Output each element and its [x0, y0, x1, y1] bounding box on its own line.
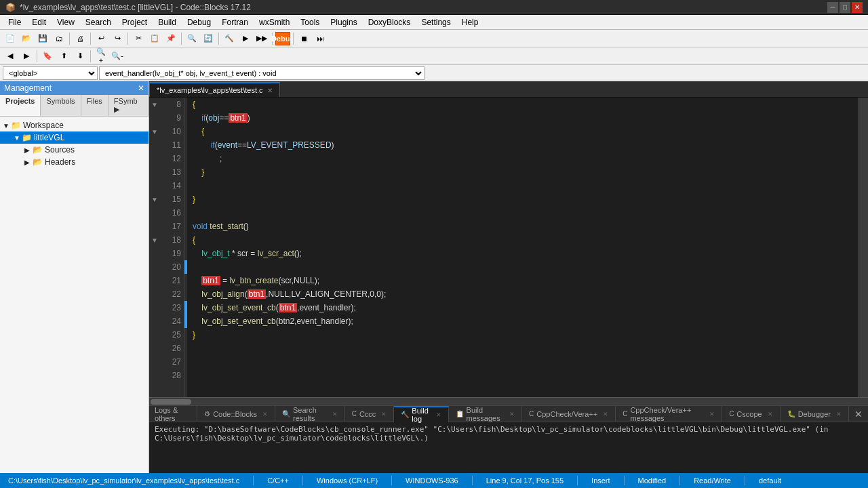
close-button[interactable]: ✕	[852, 2, 863, 13]
menu-build[interactable]: Build	[153, 16, 182, 28]
logs-tab-buildlog[interactable]: 🔨 Build log ✕	[394, 406, 448, 422]
scope-right-select[interactable]: event_handler(lv_obj_t* obj, lv_event_t …	[99, 66, 425, 80]
code-line-26	[193, 342, 859, 355]
logs-tab-debugger-close[interactable]: ✕	[836, 411, 842, 418]
editor-tab-close[interactable]: ✕	[267, 87, 273, 94]
minimize-button[interactable]: ─	[827, 2, 838, 13]
menu-plugins[interactable]: Plugins	[325, 16, 362, 28]
logs-tab-cppcheck-label: CppCheck/Vera++	[536, 410, 597, 418]
fold-18[interactable]: ▼	[151, 237, 158, 244]
save-button[interactable]: 💾	[35, 31, 50, 46]
gutter-27	[149, 355, 160, 369]
new-file-button[interactable]: 📄	[3, 31, 18, 46]
print-button[interactable]: 🖨	[73, 31, 87, 46]
menu-wxsmith[interactable]: wxSmith	[254, 16, 295, 28]
tree-item-sources[interactable]: ▶ 📂 Sources	[0, 144, 149, 156]
prev-bookmark-button[interactable]: ⬆	[56, 49, 71, 64]
menu-file[interactable]: File	[3, 16, 26, 28]
debug-button[interactable]: Debug	[275, 32, 290, 45]
logs-tab-cppcheck-msg[interactable]: C CppCheck/Vera++ messages ✕	[616, 406, 722, 422]
zoom-out-button[interactable]: 🔍-	[110, 49, 125, 64]
copy-button[interactable]: 📋	[147, 31, 162, 46]
open-file-button[interactable]: 📂	[19, 31, 34, 46]
stop-button[interactable]: ⏹	[296, 31, 311, 46]
sidebar: Management ✕ Projects Symbols Files FSym…	[0, 81, 149, 473]
status-sep-8	[745, 476, 745, 485]
menu-edit[interactable]: Edit	[26, 16, 52, 28]
logs-tab-search[interactable]: 🔍 Search results ✕	[275, 406, 345, 422]
tree-item-headers[interactable]: ▶ 📂 Headers	[0, 156, 149, 168]
horizontal-scroll[interactable]	[149, 397, 868, 405]
bookmark-button[interactable]: 🔖	[40, 49, 55, 64]
menu-doxyblocks[interactable]: DoxyBlocks	[363, 16, 416, 28]
logs-tab-cscope-close[interactable]: ✕	[768, 411, 773, 418]
status-sep-6	[624, 476, 625, 485]
logs-tab-codeblocks-close[interactable]: ✕	[262, 411, 268, 418]
logs-tab-buildmsg-close[interactable]: ✕	[509, 411, 515, 418]
toolbar-sep-4	[181, 33, 182, 45]
fold-15[interactable]: ▼	[151, 196, 158, 203]
logs-tab-cppcheck[interactable]: C CppCheck/Vera++ ✕	[522, 406, 616, 422]
tree-item-littlevgl[interactable]: ▼ 📁 littleVGL	[0, 131, 149, 144]
replace-button[interactable]: 🔄	[201, 31, 216, 46]
logs-tab-debugger[interactable]: 🐛 Debugger ✕	[781, 406, 849, 422]
forward-button[interactable]: ▶	[19, 49, 34, 64]
gutter-8: ▼	[149, 98, 160, 111]
sidebar-tab-symbols[interactable]: Symbols	[41, 95, 81, 116]
menu-tools[interactable]: Tools	[295, 16, 325, 28]
sidebar-close-icon[interactable]: ✕	[138, 83, 144, 93]
menu-debug[interactable]: Debug	[182, 16, 216, 28]
scroll-thumb-h[interactable]	[151, 399, 191, 405]
sidebar-tab-files[interactable]: Files	[81, 95, 108, 116]
token: ==	[219, 113, 229, 123]
token: =	[220, 276, 230, 285]
code-line-15: }	[193, 192, 859, 206]
tree-item-workspace[interactable]: ▼ 📁 Workspace	[0, 119, 149, 131]
menu-view[interactable]: View	[52, 16, 80, 28]
logs-panel-close[interactable]: ✕	[849, 409, 868, 420]
debugger-icon: 🐛	[787, 410, 795, 418]
gutter-25	[149, 328, 160, 342]
save-all-button[interactable]: 🗂	[52, 31, 66, 46]
logs-tab-cppcheck-msg-close[interactable]: ✕	[709, 411, 715, 418]
next-bookmark-button[interactable]: ⬇	[73, 49, 87, 64]
menu-help[interactable]: Help	[456, 16, 484, 28]
build-button[interactable]: 🔨	[222, 31, 237, 46]
logs-tab-buildlog-close[interactable]: ✕	[436, 411, 441, 418]
paste-button[interactable]: 📌	[163, 31, 178, 46]
logs-tab-cccc[interactable]: C Cccc ✕	[345, 406, 395, 422]
run-button[interactable]: ▶	[238, 31, 253, 46]
logs-tab-cccc-close[interactable]: ✕	[381, 411, 387, 418]
logs-tab-search-close[interactable]: ✕	[332, 411, 338, 418]
token: {	[193, 127, 204, 136]
logs-tab-cppcheck-close[interactable]: ✕	[603, 411, 608, 418]
ln-17: 17	[163, 220, 181, 233]
cppcheck-icon: C	[529, 410, 534, 418]
scope-left-select[interactable]: <global>	[3, 66, 98, 80]
build-run-button[interactable]: ▶▶	[254, 31, 269, 46]
menu-settings[interactable]: Settings	[416, 16, 456, 28]
zoom-in-button[interactable]: 🔍+	[94, 49, 108, 64]
cut-button[interactable]: ✂	[131, 31, 146, 46]
maximize-button[interactable]: □	[840, 2, 850, 13]
sidebar-tab-fsymb[interactable]: FSymb ▶	[108, 95, 149, 116]
logs-tab-buildmsg[interactable]: 📋 Build messages ✕	[449, 406, 523, 422]
editor-tab-test-c[interactable]: *lv_examples\lv_apps\test\test.c ✕	[149, 82, 280, 97]
logs-tab-codeblocks[interactable]: ⚙ Code::Blocks ✕	[197, 406, 275, 422]
code-line-17: void test_start()	[193, 220, 859, 233]
back-button[interactable]: ◀	[3, 49, 18, 64]
fold-10[interactable]: ▼	[151, 128, 158, 136]
menu-project[interactable]: Project	[117, 16, 153, 28]
menu-fortran[interactable]: Fortran	[216, 16, 254, 28]
find-button[interactable]: 🔍	[184, 31, 199, 46]
undo-button[interactable]: ↩	[94, 31, 108, 46]
redo-button[interactable]: ↪	[110, 31, 125, 46]
menu-search[interactable]: Search	[80, 16, 117, 28]
code-scrollbar-v[interactable]	[859, 98, 868, 397]
step-button[interactable]: ⏭	[313, 31, 328, 46]
status-permissions: Read/Write	[691, 476, 734, 485]
sidebar-tab-projects[interactable]: Projects	[0, 95, 41, 116]
code-content[interactable]: { if(obj==btn1) { if(even	[187, 98, 859, 397]
fold-8[interactable]: ▼	[151, 101, 158, 108]
logs-tab-cscope[interactable]: C Cscope ✕	[722, 406, 781, 422]
